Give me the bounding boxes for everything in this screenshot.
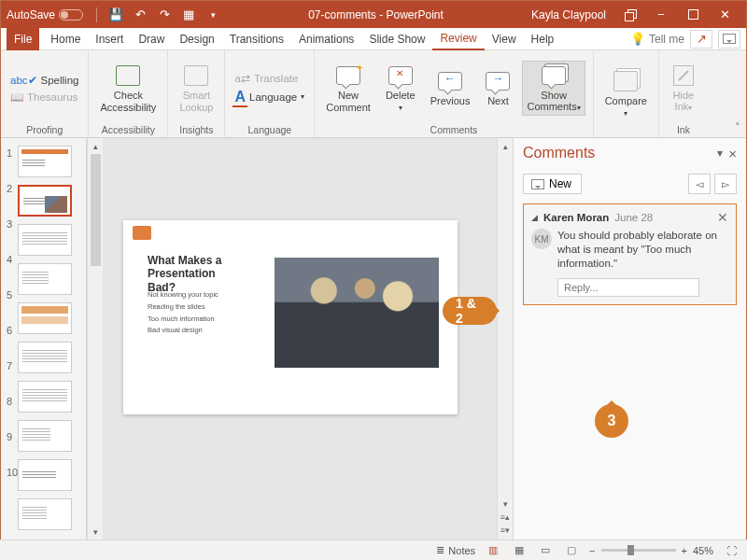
slide-thumbnail[interactable] xyxy=(18,224,72,256)
tab-review[interactable]: Review xyxy=(432,28,484,50)
slide-thumbnail[interactable] xyxy=(18,381,72,413)
user-name[interactable]: Kayla Claypool xyxy=(531,8,606,21)
slide-sorter-view-icon[interactable]: ▦ xyxy=(511,544,528,557)
ribbon: abc✔Spelling 📖Thesaurus Proofing Check A… xyxy=(1,50,746,138)
redo-icon[interactable]: ↷ xyxy=(157,7,172,22)
reading-view-icon[interactable]: ▭ xyxy=(537,544,554,557)
save-icon[interactable]: 💾 xyxy=(108,7,123,22)
tab-view[interactable]: View xyxy=(485,28,524,50)
prev-slide-icon[interactable]: ≡▴ xyxy=(499,511,513,523)
scroll-down-icon[interactable]: ▾ xyxy=(89,525,103,538)
collapse-ribbon-icon[interactable]: ˄ xyxy=(735,121,740,133)
delete-comment-icon xyxy=(388,66,413,85)
group-label-comments: Comments xyxy=(322,122,585,135)
delete-comment-x-icon[interactable]: ✕ xyxy=(717,210,728,225)
tab-design[interactable]: Design xyxy=(172,28,221,50)
reply-input[interactable] xyxy=(557,278,699,297)
minimize-icon[interactable]: − xyxy=(645,1,677,28)
slide-thumbnail[interactable] xyxy=(18,420,72,452)
new-comment-button[interactable]: New Comment xyxy=(322,62,374,114)
pane-options-icon[interactable]: ▾ xyxy=(717,147,723,160)
comment-marker-icon[interactable] xyxy=(133,226,151,240)
normal-view-icon[interactable]: ▥ xyxy=(485,544,501,557)
zoom-control[interactable]: − + 45% xyxy=(589,545,713,556)
slide-thumbnail[interactable] xyxy=(18,302,72,334)
scroll-up-icon[interactable]: ▴ xyxy=(89,140,103,152)
lightbulb-icon: 💡 xyxy=(630,32,645,46)
zoom-slider[interactable] xyxy=(601,549,676,552)
tell-me-search[interactable]: 💡 Tell me xyxy=(630,32,684,46)
tab-insert[interactable]: Insert xyxy=(88,28,131,50)
zoom-in-icon[interactable]: + xyxy=(682,545,687,556)
slide-thumbnail[interactable] xyxy=(18,146,72,177)
prev-comment-nav-icon[interactable]: ◅ xyxy=(688,174,711,194)
scroll-up-icon[interactable]: ▴ xyxy=(499,140,513,152)
tab-file[interactable]: File xyxy=(7,28,39,50)
tab-animations[interactable]: Animations xyxy=(291,28,361,50)
group-compare: Compare▾ xyxy=(594,50,659,137)
comment-date: June 28 xyxy=(614,212,653,223)
undo-icon[interactable]: ↶ xyxy=(133,7,148,22)
previous-comment-button[interactable]: Previous xyxy=(427,67,474,108)
pane-close-icon[interactable]: × xyxy=(728,146,737,161)
smart-lookup-icon xyxy=(183,63,209,88)
qat-more-icon[interactable]: ▾ xyxy=(205,7,220,22)
next-slide-icon[interactable]: ≡▾ xyxy=(499,524,513,536)
close-icon[interactable]: ✕ xyxy=(709,1,740,28)
callout-3: 3 xyxy=(595,404,628,438)
thumbnail-scrollbar[interactable]: ▴ ▾ xyxy=(87,138,103,539)
hide-ink-button: Hide Ink▾ xyxy=(667,62,700,115)
notes-button[interactable]: ≣Notes xyxy=(436,544,475,556)
slide-thumbnail[interactable] xyxy=(18,342,72,373)
tab-slideshow[interactable]: Slide Show xyxy=(361,28,432,50)
slide-thumbnail[interactable] xyxy=(18,498,72,530)
maximize-icon[interactable] xyxy=(677,1,709,28)
comments-pane: Comments ▾ × New ◅ ▻ ◢ Karen Moran xyxy=(513,138,746,539)
spelling-button[interactable]: abc✔Spelling xyxy=(8,73,80,88)
slide-bullets[interactable]: Not knowing your topic Reading the slide… xyxy=(148,289,218,337)
group-label-ink: Ink xyxy=(667,122,700,135)
collapse-comment-icon[interactable]: ◢ xyxy=(531,213,538,222)
tab-transitions[interactable]: Transitions xyxy=(222,28,291,50)
slide-canvas[interactable]: What Makes a Presentation Bad? Not knowi… xyxy=(103,138,497,539)
accessibility-icon xyxy=(115,63,141,88)
group-proofing: abc✔Spelling 📖Thesaurus Proofing xyxy=(1,50,89,137)
share-icon[interactable]: ↗ xyxy=(690,30,712,49)
window-title: 07-comments - PowerPoint xyxy=(220,8,531,21)
ribbon-tabs: File Home Insert Draw Design Transitions… xyxy=(1,28,746,50)
fit-to-window-icon[interactable]: ⛶ xyxy=(723,544,740,557)
delete-comment-button[interactable]: Delete▾ xyxy=(382,62,419,115)
show-comments-button[interactable]: Show Comments▾ xyxy=(522,61,585,116)
scroll-down-icon[interactable]: ▾ xyxy=(499,497,513,510)
new-comment-pane-button[interactable]: New xyxy=(523,174,582,194)
slide-scrollbar[interactable]: ▴ ▾ ≡▴ ≡▾ xyxy=(497,138,513,539)
tab-draw[interactable]: Draw xyxy=(131,28,172,50)
slide-thumbnail[interactable] xyxy=(18,459,72,491)
ribbon-display-icon[interactable] xyxy=(613,1,645,28)
next-comment-nav-icon[interactable]: ▻ xyxy=(714,174,737,194)
comments-shortcut-icon[interactable] xyxy=(718,30,740,49)
next-comment-button[interactable]: Next xyxy=(481,67,514,108)
slide-thumbnail[interactable] xyxy=(18,185,72,217)
slide-image[interactable] xyxy=(275,258,439,368)
tab-help[interactable]: Help xyxy=(524,28,562,50)
start-slideshow-icon[interactable]: ▦ xyxy=(181,7,196,22)
group-comments: New Comment Delete▾ Previous Next Show C… xyxy=(315,50,593,137)
zoom-level[interactable]: 45% xyxy=(693,545,713,556)
zoom-out-icon[interactable]: − xyxy=(589,545,595,556)
autosave-toggle[interactable]: AutoSave xyxy=(7,8,83,21)
tab-home[interactable]: Home xyxy=(43,28,88,50)
autosave-label: AutoSave xyxy=(7,8,55,21)
compare-button[interactable]: Compare▾ xyxy=(601,67,651,120)
slide-title[interactable]: What Makes a Presentation Bad? xyxy=(148,254,241,294)
check-accessibility-button[interactable]: Check Accessibility xyxy=(96,62,160,114)
language-button[interactable]: ALanguage▾ xyxy=(233,88,306,106)
slide-thumbnail[interactable] xyxy=(18,263,72,295)
autosave-switch-icon[interactable] xyxy=(59,9,83,21)
new-comment-icon xyxy=(336,66,360,85)
slide[interactable]: What Makes a Presentation Bad? Not knowi… xyxy=(123,220,458,414)
comment-card[interactable]: ◢ Karen Moran June 28 ✕ KM You should pr… xyxy=(523,203,737,305)
slide-thumbnail-panel: 12345678910 xyxy=(1,138,87,539)
group-label-proofing: Proofing xyxy=(8,122,80,135)
slideshow-view-icon[interactable]: ▢ xyxy=(563,544,580,557)
